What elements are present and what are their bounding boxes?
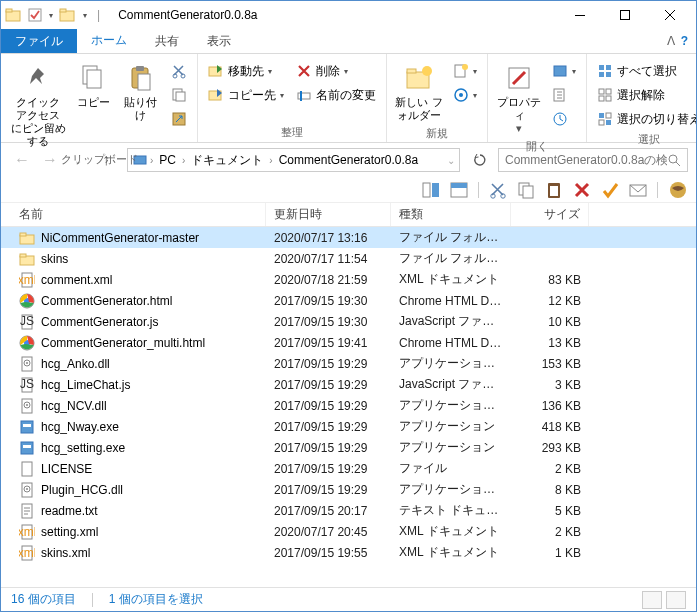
new-folder-button[interactable]: 新しい フォルダー [393, 60, 445, 124]
table-row[interactable]: xmlskins.xml2017/09/15 19:55XML ドキュメント1 … [1, 542, 696, 563]
view-large-button[interactable] [666, 591, 686, 609]
svg-rect-22 [407, 69, 416, 73]
copy-to-button[interactable]: コピー先▾ [204, 84, 288, 106]
col-date[interactable]: 更新日時 [266, 203, 391, 226]
table-row[interactable]: hcg_Anko.dll2017/09/15 19:29アプリケーション拡張15… [1, 353, 696, 374]
new-folder-icon [403, 62, 435, 94]
file-size: 153 KB [511, 357, 589, 371]
help-icon[interactable]: ? [681, 34, 688, 48]
svg-rect-43 [606, 120, 611, 125]
file-date: 2017/09/15 19:29 [266, 483, 391, 497]
close-button[interactable] [647, 1, 692, 29]
edit-button[interactable] [548, 84, 580, 106]
qat-dropdown-icon[interactable]: ▾ [49, 11, 53, 20]
svg-text:xml: xml [19, 546, 35, 560]
maximize-button[interactable] [602, 1, 647, 29]
file-date: 2017/09/15 19:29 [266, 441, 391, 455]
cut-button[interactable] [167, 60, 191, 82]
file-date: 2017/09/15 19:29 [266, 462, 391, 476]
delete-toolbar-icon[interactable] [573, 181, 591, 199]
checkbox-icon[interactable] [27, 7, 43, 23]
qat-dropdown2-icon[interactable]: ▾ [83, 11, 87, 20]
select-none-button[interactable]: 選択解除 [593, 84, 697, 106]
table-row[interactable]: LICENSE2017/09/15 19:29ファイル2 KB [1, 458, 696, 479]
pin-quick-access-button[interactable]: クイック アクセス にピン留めする [7, 60, 69, 150]
paste-shortcut-button[interactable] [167, 108, 191, 130]
svg-rect-2 [29, 9, 41, 21]
view1-icon[interactable] [422, 181, 440, 199]
file-date: 2017/09/15 20:17 [266, 504, 391, 518]
history-button[interactable] [548, 108, 580, 130]
copy-path-icon [171, 87, 187, 103]
file-type: アプリケーション拡張 [391, 481, 511, 498]
open-button[interactable]: ▾ [548, 60, 580, 82]
tab-view[interactable]: 表示 [193, 29, 245, 53]
delete-button[interactable]: 削除▾ [292, 60, 380, 82]
file-type-icon [19, 461, 35, 477]
mail-toolbar-icon[interactable] [629, 181, 647, 199]
move-to-button[interactable]: 移動先▾ [204, 60, 288, 82]
table-row[interactable]: xmlsetting.xml2020/07/17 20:45XML ドキュメント… [1, 521, 696, 542]
table-row[interactable]: NiCommentGenerator-master2020/07/17 13:1… [1, 227, 696, 248]
ribbon-collapse-icon[interactable]: ᐱ [667, 34, 675, 48]
status-selection: 1 個の項目を選択 [109, 591, 203, 608]
copy-toolbar-icon[interactable] [517, 181, 535, 199]
table-row[interactable]: JSCommentGenerator.js2017/09/15 19:30Jav… [1, 311, 696, 332]
table-row[interactable]: JShcg_LimeChat.js2017/09/15 19:29JavaScr… [1, 374, 696, 395]
globe-icon[interactable] [668, 180, 688, 200]
history-icon [552, 111, 568, 127]
tab-share[interactable]: 共有 [141, 29, 193, 53]
file-type: ファイル [391, 460, 511, 477]
properties-button[interactable]: プロパティ▾ [494, 60, 544, 137]
folder-back-icon[interactable] [5, 7, 21, 23]
view2-icon[interactable] [450, 181, 468, 199]
view-details-button[interactable] [642, 591, 662, 609]
new-item-button[interactable]: ▾ [449, 60, 481, 82]
table-row[interactable]: hcg_setting.exe2017/09/15 19:29アプリケーション2… [1, 437, 696, 458]
svg-rect-38 [599, 96, 604, 101]
file-date: 2020/07/18 21:59 [266, 273, 391, 287]
svg-rect-15 [176, 92, 185, 101]
refresh-button[interactable] [468, 148, 492, 172]
rename-button[interactable]: 名前の変更 [292, 84, 380, 106]
col-size[interactable]: サイズ [511, 203, 589, 226]
easy-access-button[interactable]: ▾ [449, 84, 481, 106]
paste-toolbar-icon[interactable] [545, 181, 563, 199]
svg-point-72 [26, 362, 28, 364]
file-type-icon: xml [19, 272, 35, 288]
tab-home[interactable]: ホーム [77, 29, 141, 53]
file-name: Plugin_HCG.dll [41, 483, 123, 497]
invert-selection-button[interactable]: 選択の切り替え [593, 108, 697, 130]
file-name: hcg_Anko.dll [41, 357, 110, 371]
col-type[interactable]: 種類 [391, 203, 511, 226]
table-row[interactable]: CommentGenerator_multi.html2017/09/15 19… [1, 332, 696, 353]
table-row[interactable]: skins2020/07/17 11:54ファイル フォルダー [1, 248, 696, 269]
file-type-icon: JS [19, 377, 35, 393]
svg-text:xml: xml [19, 525, 35, 539]
file-name: CommentGenerator.html [41, 294, 172, 308]
breadcrumb-dropdown-icon[interactable]: ⌄ [447, 155, 455, 166]
table-row[interactable]: readme.txt2017/09/15 20:17テキスト ドキュメント5 K… [1, 500, 696, 521]
minimize-button[interactable] [557, 1, 602, 29]
copy-button[interactable]: コピー [73, 60, 113, 111]
file-size: 8 KB [511, 483, 589, 497]
table-row[interactable]: Plugin_HCG.dll2017/09/15 19:29アプリケーション拡張… [1, 479, 696, 500]
table-row[interactable]: xmlcomment.xml2020/07/18 21:59XML ドキュメント… [1, 269, 696, 290]
breadcrumb-folder[interactable]: CommentGenerator0.0.8a [275, 153, 422, 167]
paste-button[interactable]: 貼り付け [117, 60, 163, 124]
table-row[interactable]: hcg_NCV.dll2017/09/15 19:29アプリケーション拡張136… [1, 395, 696, 416]
cut-toolbar-icon[interactable] [489, 181, 507, 199]
status-bar: 16 個の項目 1 個の項目を選択 [1, 587, 696, 611]
col-name[interactable]: 名前 [1, 203, 266, 226]
check-toolbar-icon[interactable] [601, 181, 619, 199]
file-type: アプリケーション拡張 [391, 355, 511, 372]
select-all-button[interactable]: すべて選択 [593, 60, 697, 82]
file-size: 1 KB [511, 546, 589, 560]
svg-rect-40 [599, 113, 604, 118]
copy-path-button[interactable] [167, 84, 191, 106]
tab-file[interactable]: ファイル [1, 29, 77, 53]
table-row[interactable]: CommentGenerator.html2017/09/15 19:30Chr… [1, 290, 696, 311]
table-row[interactable]: hcg_Nway.exe2017/09/15 19:29アプリケーション418 … [1, 416, 696, 437]
breadcrumb-documents[interactable]: ドキュメント [187, 152, 267, 169]
svg-rect-46 [423, 183, 430, 197]
